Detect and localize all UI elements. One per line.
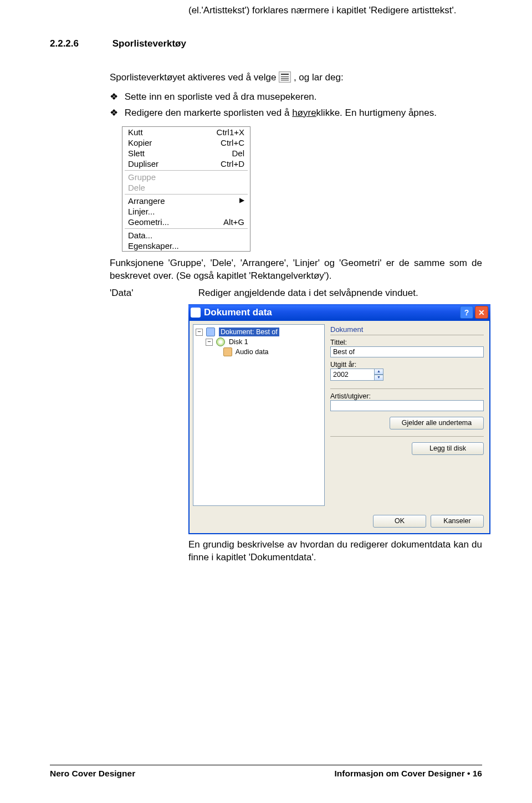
spinner-up-icon[interactable]: ▲ bbox=[374, 369, 383, 375]
add-disk-button[interactable]: Legg til disk bbox=[412, 442, 484, 455]
page-footer: Nero Cover Designer Informasjon om Cover… bbox=[50, 765, 482, 779]
bullet-list: ❖ Sette inn en sporliste ved å dra musep… bbox=[110, 91, 482, 120]
bullet-text: Redigere den markerte sporlisten ved å h… bbox=[125, 108, 437, 118]
document-icon bbox=[206, 328, 215, 336]
section-number: 2.2.2.6 bbox=[50, 38, 110, 49]
menu-item-lines[interactable]: Linjer... bbox=[122, 206, 250, 217]
footer-left: Nero Cover Designer bbox=[50, 769, 135, 779]
group-document-label: Dokument bbox=[330, 325, 484, 334]
tree-node-label: Audio data bbox=[236, 348, 269, 356]
apply-subtopic-button[interactable]: Gjelder alle undertema bbox=[390, 417, 484, 429]
section-heading: 2.2.2.6 Sporlisteverktøy bbox=[50, 38, 482, 49]
diamond-bullet-icon: ❖ bbox=[110, 91, 122, 104]
tree-node-audio[interactable]: Audio data bbox=[196, 347, 322, 357]
menu-item-group: Gruppe bbox=[122, 172, 250, 182]
tree-collapse-icon[interactable]: − bbox=[196, 329, 203, 336]
bullet-item: ❖ Redigere den markerte sporlisten ved å… bbox=[110, 107, 482, 120]
intro-line: Sporlisteverktøyet aktiveres ved å velge… bbox=[110, 71, 482, 84]
document-data-dialog: Dokument data ? ✕ − Dokument: Best of − … bbox=[188, 304, 490, 534]
closing-paragraph: En grundig beskrivelse av hvordan du red… bbox=[188, 539, 482, 564]
close-button[interactable]: ✕ bbox=[475, 306, 488, 319]
help-button[interactable]: ? bbox=[460, 306, 473, 319]
dialog-titlebar: Dokument data ? ✕ bbox=[188, 304, 490, 321]
diamond-bullet-icon: ❖ bbox=[110, 107, 122, 120]
intro-text-after: , og lar deg: bbox=[294, 72, 344, 83]
disc-icon bbox=[216, 337, 225, 346]
menu-item-duplicate[interactable]: DupliserCtrl+D bbox=[122, 158, 250, 169]
bullet-separator-icon: • bbox=[467, 769, 470, 778]
dialog-footer: OK Kanseler bbox=[190, 509, 489, 533]
data-term: 'Data' bbox=[110, 287, 196, 300]
menu-item-copy[interactable]: KopierCtrl+C bbox=[122, 137, 250, 148]
title-input[interactable]: Best of bbox=[330, 346, 484, 357]
menu-item-geometry[interactable]: Geometri...Alt+G bbox=[122, 217, 250, 227]
year-spinner[interactable]: 2002 ▲ ▼ bbox=[330, 369, 383, 381]
submenu-arrow-icon: ▶ bbox=[239, 196, 244, 206]
form-pane: Dokument Tittel: Best of Utgitt år: 2002… bbox=[328, 321, 489, 509]
tree-node-document[interactable]: − Dokument: Best of bbox=[196, 327, 322, 337]
dialog-app-icon bbox=[191, 308, 201, 318]
menu-item-arrange[interactable]: Arrangere▶ bbox=[122, 196, 250, 206]
cancel-button[interactable]: Kanseler bbox=[431, 515, 484, 528]
year-label: Utgitt år: bbox=[330, 361, 484, 369]
section-title: Sporlisteverktøy bbox=[112, 38, 186, 49]
menu-item-cut[interactable]: KuttCtrl1+X bbox=[122, 127, 250, 137]
tree-collapse-icon[interactable]: − bbox=[206, 339, 213, 346]
year-input[interactable]: 2002 bbox=[330, 369, 374, 381]
tracklist-tool-icon bbox=[279, 71, 291, 83]
context-menu: KuttCtrl1+X KopierCtrl+C SlettDel Duplis… bbox=[122, 126, 250, 252]
tree-node-label: Disk 1 bbox=[229, 338, 248, 346]
artist-label: Artist/utgiver: bbox=[330, 392, 484, 400]
menu-item-delete[interactable]: SlettDel bbox=[122, 148, 250, 158]
ok-button[interactable]: OK bbox=[373, 515, 426, 528]
audio-icon bbox=[223, 347, 232, 356]
title-label: Tittel: bbox=[330, 339, 484, 346]
bullet-item: ❖ Sette inn en sporliste ved å dra musep… bbox=[110, 91, 482, 104]
bullet-text: Sette inn en sporliste ved å dra musepek… bbox=[125, 91, 317, 102]
spinner-down-icon[interactable]: ▼ bbox=[374, 375, 383, 381]
menu-item-split: Dele bbox=[122, 182, 250, 193]
tree-node-disk[interactable]: − Disk 1 bbox=[196, 337, 322, 347]
menu-item-properties[interactable]: Egenskaper... bbox=[122, 241, 250, 251]
menu-item-data[interactable]: Data... bbox=[122, 230, 250, 241]
intro-paragraph: (el.'Artisttekst') forklares nærmere i k… bbox=[188, 4, 482, 17]
dialog-title: Dokument data bbox=[204, 307, 458, 318]
intro-text-before: Sporlisteverktøyet aktiveres ved å velge bbox=[110, 72, 279, 83]
data-description: 'Data' Rediger angjeldende data i det se… bbox=[110, 287, 482, 300]
tree-view[interactable]: − Dokument: Best of − Disk 1 Audio data bbox=[193, 324, 325, 506]
tree-node-label: Dokument: Best of bbox=[219, 328, 279, 336]
footer-right: Informasjon om Cover Designer • 16 bbox=[335, 769, 482, 779]
data-desc-text: Rediger angjeldende data i det selvåpnen… bbox=[198, 288, 418, 298]
functions-paragraph: Funksjonene 'Gruppe', 'Dele', 'Arrangere… bbox=[110, 257, 482, 283]
artist-input[interactable] bbox=[330, 400, 484, 411]
